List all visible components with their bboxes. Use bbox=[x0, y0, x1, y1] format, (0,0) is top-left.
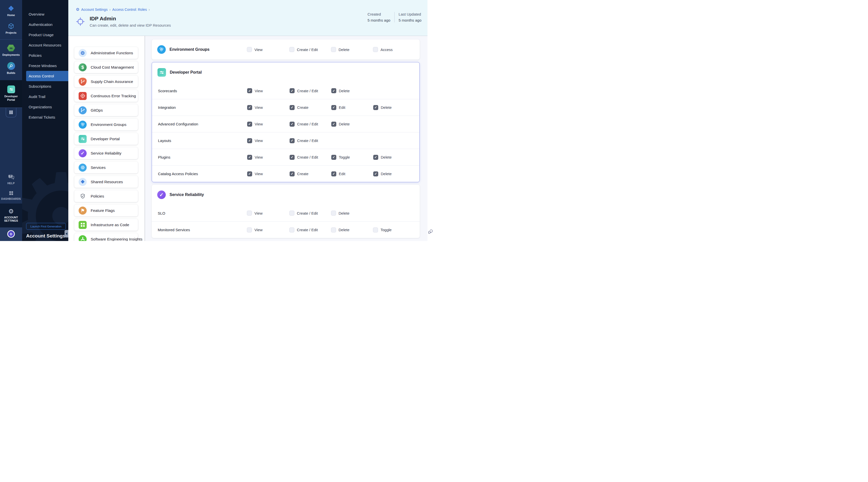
slo-delete-checkbox[interactable] bbox=[331, 211, 336, 216]
sidebar-item-authentication[interactable]: Authentication bbox=[22, 19, 68, 30]
sidebar-item-access-control[interactable]: Access Control bbox=[26, 71, 68, 81]
permission-integration-edit: ✓Edit bbox=[331, 105, 373, 110]
rail-item-account-settings[interactable]: ⚙ ACCOUNT SETTINGS bbox=[0, 206, 22, 226]
rail-item-developer-portal[interactable]: Developer Portal bbox=[0, 83, 22, 104]
permission-slo-view: View bbox=[247, 211, 289, 216]
scorecards-delete-checkbox[interactable]: ✓ bbox=[331, 88, 336, 93]
collapse-left-icon bbox=[66, 233, 67, 235]
last-updated-value: 5 months ago bbox=[399, 18, 422, 22]
rail-item-label: Projects bbox=[5, 31, 16, 35]
sidebar-item-organizations[interactable]: Organizations bbox=[22, 102, 68, 112]
resource-item-services[interactable]: Services bbox=[74, 161, 138, 173]
dashboards-icon bbox=[8, 190, 14, 196]
resource-item-feature-flags[interactable]: ⚑Feature Flags bbox=[74, 205, 138, 216]
scorecards-view-checkbox[interactable]: ✓ bbox=[247, 88, 252, 93]
integration-delete-checkbox[interactable]: ✓ bbox=[373, 105, 378, 110]
environment-groups-access-checkbox[interactable] bbox=[373, 47, 378, 52]
catalog-access-policies-create-checkbox[interactable]: ✓ bbox=[289, 171, 294, 176]
integration-view-checkbox[interactable]: ✓ bbox=[247, 105, 252, 110]
resource-item-cloud-cost-management[interactable]: $Cloud Cost Management bbox=[74, 61, 138, 73]
support-chat-icon[interactable] bbox=[428, 229, 434, 235]
advanced-configuration-create-edit-checkbox[interactable]: ✓ bbox=[289, 122, 294, 127]
service-reliability-icon: ✓ bbox=[79, 149, 87, 157]
resource-item-service-reliability[interactable]: ✓Service Reliability bbox=[74, 147, 138, 159]
permission-row-integration: Integration✓View✓Create✓Edit✓Delete bbox=[152, 99, 420, 116]
sidebar-item-policies[interactable]: Policies bbox=[22, 50, 68, 61]
resource-item-policies[interactable]: Policies bbox=[74, 190, 138, 202]
rail-item-builds[interactable]: Builds bbox=[0, 59, 22, 78]
permission-label: View bbox=[255, 122, 263, 126]
settings-sidebar: ⚙ OverviewAuthenticationProduct UsageAcc… bbox=[22, 0, 68, 241]
permission-label: Edit bbox=[339, 105, 345, 110]
monitored-services-create-edit-checkbox[interactable] bbox=[289, 228, 294, 233]
environment-groups-icon bbox=[79, 121, 87, 129]
rail-item-label: Developer Portal bbox=[2, 95, 20, 102]
environment-groups-create-edit-checkbox[interactable] bbox=[289, 47, 294, 52]
catalog-access-policies-edit-checkbox[interactable]: ✓ bbox=[331, 171, 336, 176]
user-avatar[interactable]: D bbox=[7, 230, 15, 238]
permission-monitored-services-view: View bbox=[247, 228, 289, 233]
slo-view-checkbox[interactable] bbox=[247, 211, 252, 216]
rail-item-label: DASHBOARDS bbox=[1, 197, 21, 201]
permission-label: Delete bbox=[381, 172, 392, 176]
permission-plugins-view: ✓View bbox=[247, 155, 289, 160]
resource-item-shared-resources[interactable]: ❖Shared Resources bbox=[74, 176, 138, 188]
sidebar-item-product-usage[interactable]: Product Usage bbox=[22, 30, 68, 40]
permission-section-environment-groups: Environment GroupsViewCreate / EditDelet… bbox=[152, 39, 420, 60]
permission-label: Delete bbox=[339, 122, 350, 126]
resource-item-infrastructure-as-code[interactable]: Infrastructure as Code bbox=[74, 219, 138, 231]
feature-flags-icon: ⚑ bbox=[79, 207, 87, 215]
permission-section-service-reliability: ✓Service ReliabilitySLOViewCreate / Edit… bbox=[152, 185, 420, 238]
permission-label: Toggle bbox=[339, 155, 350, 159]
rail-item-help[interactable]: HELP bbox=[0, 171, 22, 188]
permission-row-label: Integration bbox=[152, 105, 247, 110]
plugins-toggle-checkbox[interactable]: ✓ bbox=[331, 155, 336, 160]
breadcrumb-link-account-settings[interactable]: Account Settings bbox=[81, 7, 107, 11]
environment-groups-delete-checkbox[interactable] bbox=[331, 47, 336, 52]
monitored-services-delete-checkbox[interactable] bbox=[331, 228, 336, 233]
module-grid-button[interactable] bbox=[6, 108, 16, 117]
monitored-services-toggle-checkbox[interactable] bbox=[373, 228, 378, 233]
launch-first-generation-button[interactable]: Launch First Generation bbox=[26, 223, 66, 230]
sidebar-collapse-button[interactable] bbox=[65, 230, 68, 238]
advanced-configuration-view-checkbox[interactable]: ✓ bbox=[247, 122, 252, 127]
resource-item-label: Software Engineering Insights bbox=[91, 237, 143, 241]
sidebar-item-external-tickets[interactable]: External Tickets bbox=[22, 112, 68, 122]
plugins-delete-checkbox[interactable]: ✓ bbox=[373, 155, 378, 160]
resource-item-supply-chain-assurance[interactable]: Supply Chain Assurance bbox=[74, 76, 138, 87]
scorecards-create-edit-checkbox[interactable]: ✓ bbox=[289, 88, 294, 93]
plugins-create-edit-checkbox[interactable]: ✓ bbox=[289, 155, 294, 160]
integration-edit-checkbox[interactable]: ✓ bbox=[331, 105, 336, 110]
module-grid-icon bbox=[8, 110, 13, 115]
permission-row-monitored-services: Monitored ServicesViewCreate / EditDelet… bbox=[152, 221, 420, 238]
plugins-view-checkbox[interactable]: ✓ bbox=[247, 155, 252, 160]
resource-item-environment-groups[interactable]: Environment Groups bbox=[74, 119, 138, 130]
sidebar-item-account-resources[interactable]: Account Resources bbox=[22, 40, 68, 50]
sidebar-item-freeze-windows[interactable]: Freeze Windows bbox=[22, 61, 68, 71]
sidebar-item-overview[interactable]: Overview bbox=[22, 9, 68, 19]
environment-groups-view-checkbox[interactable] bbox=[247, 47, 252, 52]
breadcrumb-link-access-control-roles[interactable]: Access Control: Roles bbox=[112, 7, 147, 11]
rail-item-projects[interactable]: Projects bbox=[0, 20, 22, 37]
slo-create-edit-checkbox[interactable] bbox=[289, 211, 294, 216]
layouts-view-checkbox[interactable]: ✓ bbox=[247, 138, 252, 143]
rail-item-deployments[interactable]: ∞ Deployments bbox=[0, 42, 22, 60]
sidebar-item-audit-trail[interactable]: Audit Trail bbox=[22, 91, 68, 102]
resource-item-gitops[interactable]: GitOps bbox=[74, 104, 138, 116]
layouts-create-edit-checkbox[interactable]: ✓ bbox=[289, 138, 294, 143]
resource-item-software-engineering-insights[interactable]: Software Engineering Insights bbox=[74, 233, 138, 241]
resource-item-continuous-error-tracking[interactable]: Continuous Error Tracking bbox=[74, 90, 138, 102]
monitored-services-view-checkbox[interactable] bbox=[247, 228, 252, 233]
sidebar-item-subscriptions[interactable]: Subscriptions bbox=[22, 81, 68, 91]
resource-item-administrative-functions[interactable]: ⚙Administrative Functions bbox=[74, 47, 138, 59]
advanced-configuration-delete-checkbox[interactable]: ✓ bbox=[331, 122, 336, 127]
permission-section-developer-portal: Developer PortalScorecards✓View✓Create /… bbox=[152, 62, 420, 182]
catalog-access-policies-view-checkbox[interactable]: ✓ bbox=[247, 171, 252, 176]
rail-item-home[interactable]: ❖ Home bbox=[0, 2, 22, 20]
resource-item-developer-portal[interactable]: Developer Portal bbox=[74, 133, 138, 145]
rail-item-dashboards[interactable]: DASHBOARDS bbox=[0, 188, 22, 203]
app-root: ❖ Home Projects ∞ Deployments Builds Dev… bbox=[0, 0, 434, 241]
deployments-infinity-icon: ∞ bbox=[7, 44, 15, 52]
integration-create-checkbox[interactable]: ✓ bbox=[289, 105, 294, 110]
catalog-access-policies-delete-checkbox[interactable]: ✓ bbox=[373, 171, 378, 176]
